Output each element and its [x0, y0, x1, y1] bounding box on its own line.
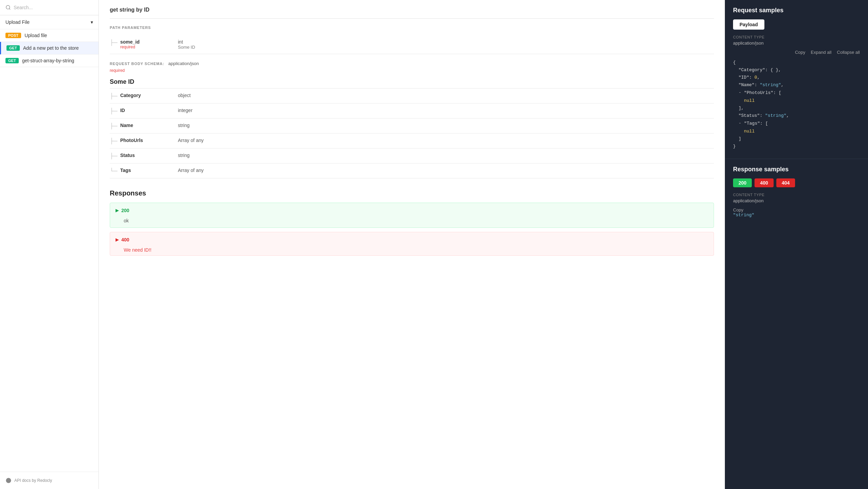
- code-line: {: [733, 59, 860, 66]
- svg-point-0: [6, 5, 10, 9]
- footer-label: API docs by Redocly: [14, 478, 52, 483]
- some-id-title: Some ID: [110, 78, 714, 85]
- response-200-header[interactable]: ▶ 200: [110, 203, 714, 218]
- field-type: string: [178, 123, 714, 128]
- code-line: "Name": "string",: [733, 81, 860, 89]
- code-line: null: [733, 128, 860, 135]
- response-tab-400[interactable]: 400: [755, 178, 773, 187]
- sidebar-footer: API docs by Redocly: [0, 472, 98, 489]
- code-line: - "PhotoUrls": [: [733, 89, 860, 97]
- chevron-right-icon: ▶: [116, 208, 119, 213]
- chevron-down-icon: ▾: [91, 19, 93, 25]
- sidebar-item-get-struct[interactable]: GET get-struct-array-by-string: [0, 54, 98, 67]
- body-fields: ├─ Category object ├─ ID integer ├─ Name…: [110, 88, 714, 178]
- code-line: "ID": 0,: [733, 74, 860, 81]
- response-200-block: ▶ 200 ok: [110, 203, 714, 228]
- field-type: object: [178, 93, 714, 98]
- expand-all-button[interactable]: Expand all: [811, 50, 832, 55]
- field-status: ├─ Status string: [110, 148, 714, 163]
- sidebar-group-label: Upload File: [5, 19, 30, 25]
- request-body-required: required: [110, 68, 714, 73]
- field-name: ID: [120, 108, 125, 113]
- request-body-header: REQUEST BODY SCHEMA: application/json: [110, 61, 714, 66]
- search-bar[interactable]: Search...: [0, 0, 98, 15]
- get-badge: GET: [6, 45, 20, 51]
- search-placeholder: Search...: [14, 5, 33, 10]
- response-content-type-value: application/json: [733, 198, 860, 203]
- tree-connector-icon: ├─: [110, 40, 118, 46]
- code-line: }: [733, 143, 860, 150]
- request-samples-title: Request samples: [733, 7, 860, 14]
- sidebar-item-upload-file[interactable]: POST Upload file: [0, 29, 98, 42]
- right-panel: Request samples Payload Content type app…: [725, 0, 868, 489]
- field-id: ├─ ID integer: [110, 104, 714, 119]
- payload-tab[interactable]: Payload: [733, 19, 764, 30]
- tree-connector-icon: ├─: [110, 153, 118, 159]
- code-line: ],: [733, 105, 860, 112]
- field-name: PhotoUrls: [120, 138, 143, 143]
- sidebar-item-add-new-pet[interactable]: GET Add a new pet to the store: [0, 42, 98, 54]
- tree-connector-icon: ├─: [110, 123, 118, 129]
- response-content-type-label: Content type: [733, 193, 860, 197]
- field-type: string: [178, 153, 714, 158]
- field-category: ├─ Category object: [110, 89, 714, 104]
- param-required: required: [120, 45, 140, 49]
- response-400-text: We need ID!!: [110, 247, 714, 255]
- request-body-label: REQUEST BODY SCHEMA:: [110, 62, 164, 66]
- copy-button[interactable]: Copy: [795, 50, 805, 55]
- svg-point-2: [6, 478, 11, 483]
- code-toolbar: Copy Expand all Collapse all: [733, 50, 860, 55]
- field-name: Status: [120, 153, 135, 158]
- field-type: integer: [178, 108, 714, 113]
- response-samples-title: Response samples: [733, 166, 860, 173]
- content-type-value: application/json: [733, 41, 860, 46]
- code-line: "Status": "string",: [733, 112, 860, 120]
- param-type: int: [178, 39, 195, 45]
- path-params-label: PATH PARAMETERS: [110, 26, 714, 30]
- field-name-row: ├─ Name string: [110, 119, 714, 133]
- field-name: Name: [120, 123, 133, 128]
- response-400-header[interactable]: ▶ 400: [110, 232, 714, 247]
- tree-connector-icon: ├─: [110, 93, 118, 99]
- chevron-right-icon: ▶: [116, 237, 119, 242]
- code-line: ]: [733, 135, 860, 143]
- tree-connector-icon: ├─: [110, 138, 118, 144]
- redocly-icon: [5, 477, 12, 484]
- sidebar-item-label: get-struct-array-by-string: [22, 58, 74, 63]
- code-line: - "Tags": [: [733, 120, 860, 128]
- tree-connector-icon: └─: [110, 168, 118, 174]
- field-type: Array of any: [178, 138, 714, 143]
- field-photourls: ├─ PhotoUrls Array of any: [110, 133, 714, 148]
- field-tags: └─ Tags Array of any: [110, 163, 714, 178]
- collapse-all-button[interactable]: Collapse all: [837, 50, 860, 55]
- path-param-some-id: ├─ some_id required int Some ID: [110, 35, 714, 54]
- field-name: Tags: [120, 168, 131, 173]
- field-name: Category: [120, 93, 141, 98]
- response-string: "string": [733, 212, 860, 218]
- responses-title: Responses: [110, 189, 714, 197]
- param-name: some_id: [120, 39, 140, 45]
- post-badge: POST: [5, 33, 21, 38]
- main-content: get string by ID PATH PARAMETERS ├─ some…: [99, 0, 725, 489]
- field-type: Array of any: [178, 168, 714, 173]
- breadcrumb: get string by ID: [110, 0, 714, 19]
- sidebar-item-label: Add a new pet to the store: [23, 45, 79, 51]
- sidebar-group-header[interactable]: Upload File ▾: [0, 15, 98, 29]
- response-code: 200: [121, 208, 129, 213]
- content-type-label: Content type: [733, 35, 860, 39]
- response-ok-text: ok: [110, 218, 714, 227]
- response-copy-button[interactable]: Copy: [733, 207, 743, 212]
- code-line: "Category": { },: [733, 66, 860, 74]
- sidebar-group-upload: Upload File ▾ POST Upload file GET Add a…: [0, 15, 98, 67]
- svg-line-1: [9, 9, 10, 10]
- response-samples-section: Response samples 200 400 404 Content typ…: [725, 159, 868, 224]
- response-tab-200[interactable]: 200: [733, 178, 752, 187]
- response-code: 400: [121, 237, 129, 242]
- sidebar-item-label: Upload file: [25, 33, 47, 38]
- request-code-block: { "Category": { }, "ID": 0, "Name": "str…: [733, 58, 860, 152]
- param-desc: Some ID: [178, 45, 195, 50]
- request-samples-section: Request samples Payload Content type app…: [725, 0, 868, 159]
- response-400-block: ▶ 400 We need ID!!: [110, 232, 714, 256]
- response-tab-404[interactable]: 404: [776, 178, 795, 187]
- sidebar: Search... Upload File ▾ POST Upload file…: [0, 0, 99, 489]
